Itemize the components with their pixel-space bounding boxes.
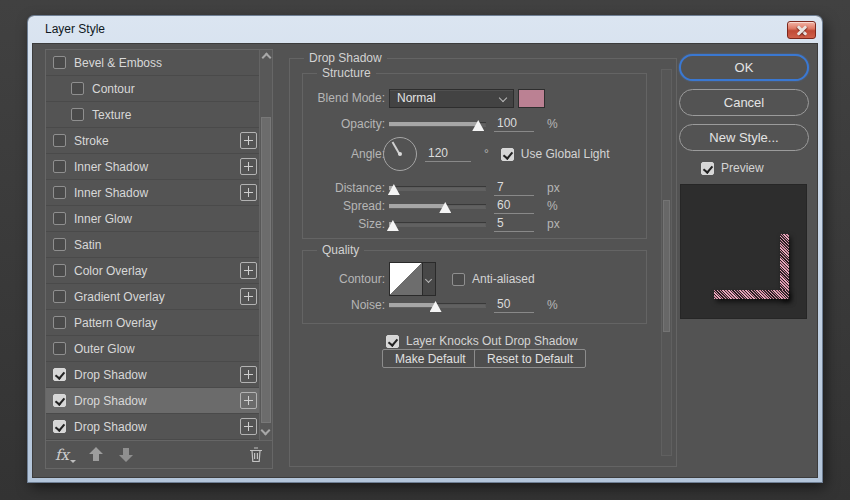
effect-row[interactable]: Contour: [46, 76, 272, 102]
add-effect-icon[interactable]: [240, 262, 257, 279]
slider-track[interactable]: [389, 186, 486, 190]
effect-checkbox[interactable]: [53, 264, 66, 277]
contour-thumbnail[interactable]: [389, 262, 423, 296]
anti-aliased-checkbox[interactable]: [452, 273, 465, 286]
delete-effect-button[interactable]: [249, 446, 263, 463]
effect-checkbox[interactable]: [53, 342, 66, 355]
layer-style-screen: Layer Style Bevel & Emboss Contour Textu…: [0, 0, 850, 500]
effects-panel: Bevel & Emboss Contour Texture Stroke In…: [45, 49, 273, 469]
effect-checkbox[interactable]: [53, 420, 66, 433]
effect-checkbox[interactable]: [53, 134, 66, 147]
effect-checkbox[interactable]: [71, 108, 84, 121]
effect-row[interactable]: Color Overlay: [46, 258, 272, 284]
new-style-button[interactable]: New Style...: [679, 124, 809, 151]
effect-row[interactable]: Gradient Overlay: [46, 284, 272, 310]
spread-slider[interactable]: [389, 199, 486, 213]
trash-icon: [249, 446, 263, 463]
effect-checkbox[interactable]: [53, 394, 66, 407]
effect-label: Texture: [92, 108, 240, 122]
move-effect-up-button[interactable]: [88, 447, 104, 462]
make-default-button[interactable]: Make Default: [382, 349, 479, 368]
size-input[interactable]: 5: [494, 216, 534, 232]
main-scrollbar-thumb[interactable]: [663, 200, 670, 332]
noise-input[interactable]: 50: [494, 297, 534, 313]
effect-label: Drop Shadow: [74, 394, 240, 408]
effect-checkbox[interactable]: [53, 56, 66, 69]
effects-scrollbar-thumb[interactable]: [261, 117, 271, 423]
effect-row[interactable]: Satin: [46, 232, 272, 258]
effect-row[interactable]: Inner Shadow: [46, 180, 272, 206]
angle-label: Angle:: [303, 147, 385, 161]
effect-label: Satin: [74, 238, 240, 252]
use-global-light-checkbox[interactable]: [501, 148, 514, 161]
add-effect-icon[interactable]: [240, 132, 257, 149]
distance-input[interactable]: 7: [494, 180, 534, 196]
size-slider[interactable]: [389, 217, 486, 231]
noise-slider[interactable]: [389, 298, 486, 312]
effect-row[interactable]: Drop Shadow: [46, 414, 272, 440]
drop-shadow-group-title: Drop Shadow: [304, 51, 387, 65]
add-effect-icon[interactable]: [240, 418, 257, 435]
angle-input[interactable]: 120: [425, 146, 471, 162]
scroll-down-icon[interactable]: [261, 426, 271, 436]
move-effect-down-button[interactable]: [118, 447, 134, 462]
add-effect-icon[interactable]: [240, 184, 257, 201]
add-effect-icon[interactable]: [240, 288, 257, 305]
blend-mode-select[interactable]: Normal: [389, 89, 514, 108]
distance-slider[interactable]: [389, 181, 486, 195]
effect-row[interactable]: Inner Shadow: [46, 154, 272, 180]
blend-mode-row: Blend Mode: Normal: [303, 88, 646, 108]
reset-to-default-button[interactable]: Reset to Default: [474, 349, 586, 368]
effect-checkbox[interactable]: [53, 316, 66, 329]
use-global-light-label: Use Global Light: [521, 147, 610, 161]
effect-checkbox[interactable]: [53, 212, 66, 225]
scroll-up-icon[interactable]: [261, 53, 271, 63]
effect-checkbox[interactable]: [53, 368, 66, 381]
opacity-input[interactable]: 100: [494, 116, 534, 132]
contour-picker[interactable]: [389, 262, 436, 296]
structure-group-title: Structure: [317, 66, 376, 80]
effect-row[interactable]: Pattern Overlay: [46, 310, 272, 336]
close-button[interactable]: [787, 21, 816, 39]
preview-shadow-horizontal: [714, 290, 789, 299]
effect-checkbox[interactable]: [71, 82, 84, 95]
effect-row[interactable]: Outer Glow: [46, 336, 272, 362]
add-effect-icon[interactable]: [240, 392, 257, 409]
effect-checkbox[interactable]: [53, 238, 66, 251]
main-scrollbar[interactable]: [661, 69, 672, 456]
layer-knocks-out-label: Layer Knocks Out Drop Shadow: [406, 334, 577, 348]
effect-label: Pattern Overlay: [74, 316, 240, 330]
angle-dial[interactable]: [383, 137, 417, 171]
effect-row[interactable]: Inner Glow: [46, 206, 272, 232]
fx-menu-button[interactable]: fx: [55, 446, 74, 464]
contour-dropdown-button[interactable]: [423, 262, 436, 296]
opacity-slider[interactable]: [389, 117, 486, 131]
slider-track[interactable]: [389, 222, 486, 226]
effect-checkbox[interactable]: [53, 186, 66, 199]
effect-row[interactable]: Stroke: [46, 128, 272, 154]
effect-row[interactable]: Drop Shadow: [46, 362, 272, 388]
ok-button[interactable]: OK: [679, 54, 809, 81]
effect-checkbox[interactable]: [53, 290, 66, 303]
preview-checkbox[interactable]: [701, 162, 714, 175]
add-effect-icon[interactable]: [240, 158, 257, 175]
effect-checkbox[interactable]: [53, 160, 66, 173]
opacity-unit: %: [547, 117, 558, 131]
noise-unit: %: [547, 298, 558, 312]
spread-input[interactable]: 60: [494, 198, 534, 214]
cancel-button[interactable]: Cancel: [679, 89, 809, 116]
structure-group: Structure Blend Mode: Normal Opacity:: [302, 73, 647, 239]
opacity-row: Opacity: 100 %: [303, 114, 646, 134]
shadow-color-swatch[interactable]: [518, 89, 545, 108]
layer-knocks-out-checkbox[interactable]: [386, 335, 399, 348]
effects-scrollbar[interactable]: [259, 50, 272, 440]
effect-row[interactable]: Bevel & Emboss: [46, 50, 272, 76]
effect-row[interactable]: Drop Shadow: [46, 388, 272, 414]
distance-unit: px: [547, 181, 560, 195]
dialog-title: Layer Style: [45, 22, 105, 36]
dialog-titlebar[interactable]: Layer Style: [28, 16, 822, 42]
add-effect-icon[interactable]: [240, 366, 257, 383]
spread-label: Spread:: [303, 199, 385, 213]
effect-row[interactable]: Texture: [46, 102, 272, 128]
blend-mode-value: Normal: [397, 91, 436, 105]
